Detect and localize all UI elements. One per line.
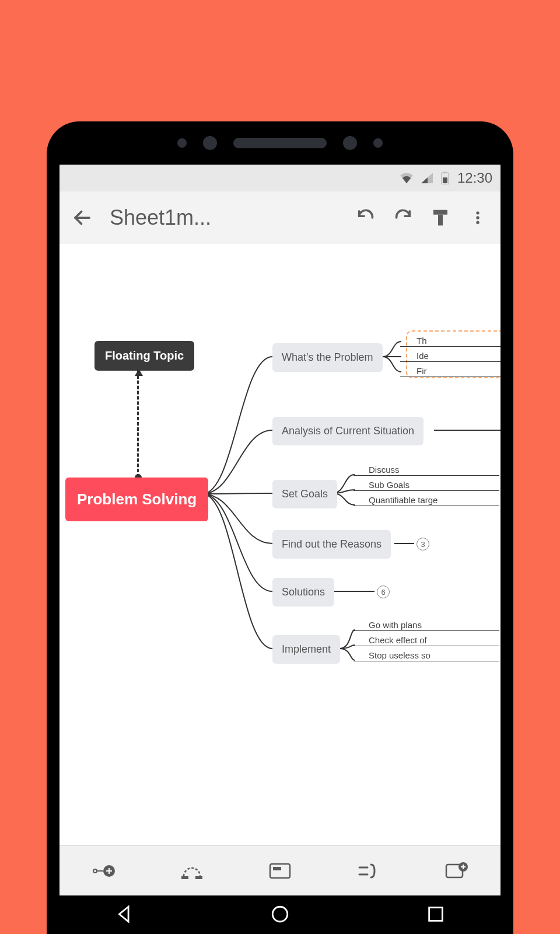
- subtopic[interactable]: Sub Goals: [369, 480, 410, 490]
- subtopic[interactable]: Stop useless so: [369, 650, 430, 660]
- subtopic[interactable]: Check effect of: [369, 635, 427, 645]
- format-button[interactable]: [424, 201, 457, 235]
- mindmap-canvas[interactable]: Floating Topic Problem Solving What's th…: [60, 244, 501, 845]
- node-analysis[interactable]: Analysis of Current Situation: [272, 417, 424, 445]
- node-whats-problem[interactable]: What's the Problem: [272, 343, 383, 372]
- subtopic[interactable]: Discuss: [369, 465, 400, 475]
- svg-point-24: [272, 907, 288, 922]
- android-nav-bar: [47, 895, 513, 934]
- status-bar: 12:30: [60, 165, 501, 191]
- redo-button[interactable]: [386, 201, 420, 235]
- bottom-toolbar: [60, 845, 501, 895]
- phone-notch: [47, 121, 513, 165]
- more-button[interactable]: [461, 201, 495, 235]
- subtopic[interactable]: Go with plans: [369, 620, 422, 630]
- svg-rect-25: [429, 908, 442, 921]
- svg-rect-4: [433, 210, 447, 215]
- node-solutions[interactable]: Solutions: [272, 578, 334, 607]
- svg-rect-15: [195, 876, 202, 879]
- node-set-goals[interactable]: Set Goals: [272, 480, 337, 508]
- collapsed-count-badge[interactable]: 3: [416, 538, 429, 550]
- nav-back-button[interactable]: [114, 904, 134, 926]
- svg-rect-14: [181, 876, 188, 879]
- central-topic-node[interactable]: Problem Solving: [65, 478, 208, 521]
- add-relationship-button[interactable]: [174, 853, 209, 888]
- add-sheet-button[interactable]: [439, 853, 474, 888]
- app-bar: Sheet1m...: [60, 191, 501, 244]
- add-subtopic-button[interactable]: [86, 853, 121, 888]
- collapsed-count-badge[interactable]: 6: [377, 586, 390, 598]
- svg-rect-2: [443, 177, 447, 183]
- status-time: 12:30: [457, 170, 492, 186]
- svg-point-6: [476, 211, 479, 214]
- svg-point-8: [476, 221, 479, 224]
- node-reasons[interactable]: Find out the Reasons: [272, 530, 391, 559]
- device-screen: 12:30 Sheet1m...: [60, 165, 501, 895]
- undo-button[interactable]: [349, 201, 383, 235]
- node-implement[interactable]: Implement: [272, 635, 340, 664]
- back-button[interactable]: [65, 201, 99, 235]
- phone-frame: 12:30 Sheet1m...: [47, 121, 513, 934]
- svg-rect-17: [273, 867, 281, 870]
- nav-recent-button[interactable]: [426, 904, 446, 926]
- cellular-icon: [421, 173, 433, 183]
- document-title[interactable]: Sheet1m...: [110, 205, 211, 230]
- wifi-icon: [400, 173, 413, 183]
- subtopic[interactable]: Quantifiable targe: [369, 495, 438, 505]
- add-boundary-button[interactable]: [262, 853, 298, 888]
- svg-point-7: [476, 216, 479, 219]
- add-summary-button[interactable]: [351, 853, 386, 888]
- nav-home-button[interactable]: [270, 904, 290, 926]
- battery-icon: [441, 172, 449, 184]
- svg-rect-1: [443, 172, 447, 173]
- svg-rect-16: [270, 864, 290, 878]
- relationship-line[interactable]: [137, 370, 139, 478]
- floating-topic-node[interactable]: Floating Topic: [94, 341, 194, 371]
- subtopic[interactable]: Fir: [416, 366, 427, 376]
- svg-rect-5: [438, 215, 443, 226]
- svg-point-9: [93, 869, 97, 873]
- subtopic[interactable]: Ide: [416, 351, 429, 361]
- subtopic[interactable]: Th: [416, 336, 427, 346]
